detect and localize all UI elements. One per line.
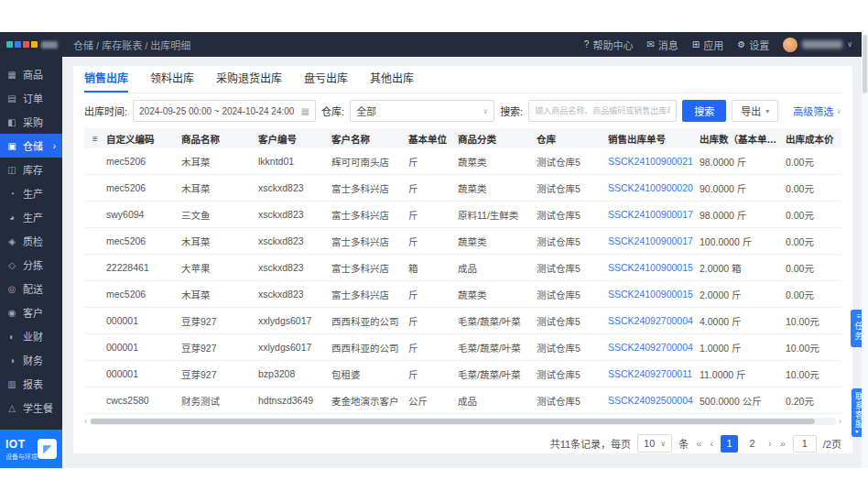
sidebar-item-label: 采购 [23, 115, 43, 129]
cell-order-no-link[interactable]: SSCK24092700004 [608, 315, 700, 326]
page-size-select[interactable]: 10 ∨ [637, 434, 672, 453]
cell-order-no-link[interactable]: SSCK24092700004 [608, 342, 700, 353]
cell-customer-no: bzp3208 [258, 368, 331, 379]
table-row[interactable]: swy6094 三文鱼 xsckxd823 富士多科兴店 斤 原料11/生鲜类 … [84, 202, 841, 228]
sidebar-item[interactable]: ◉ 客户 › [0, 300, 62, 324]
sidebar-item[interactable]: ◈ 质检 › [0, 229, 62, 253]
topbar-action[interactable]: ? 帮助中心 [584, 38, 634, 52]
tab[interactable]: 盘亏出库 [304, 66, 348, 93]
cell-custom-code: 000001 [106, 342, 181, 353]
scroll-right-icon[interactable]: › [839, 417, 841, 426]
cell-base-unit: 斤 [408, 235, 458, 248]
first-page-button[interactable]: « [695, 438, 702, 449]
topbar-action[interactable]: ⚙ 设置 [737, 38, 769, 52]
cell-product-name: 三文鱼 [181, 208, 258, 222]
sidebar-item[interactable]: ◇ 分拣 › [0, 253, 62, 277]
warehouse-select[interactable]: 全部 ∨ [350, 100, 494, 122]
page-number-button[interactable]: 1 [721, 435, 738, 453]
cell-qty: 4.0000 斤 [700, 314, 786, 328]
topbar-right: ? 帮助中心 ✉ 消息 ⊞ 应用 ⚙ 设置 ∨ [584, 38, 862, 52]
sidebar-item[interactable]: ◧ 采购 › [0, 110, 62, 134]
table-row[interactable]: mec5206 木耳菜 xsckxd823 富士多科兴店 斤 蔬菜类 测试仓库5… [84, 281, 841, 308]
next-page-button[interactable]: › [767, 438, 773, 449]
cell-cost: 0.00元 [786, 261, 841, 275]
advanced-filter-link[interactable]: 高级筛选 ∨ [793, 104, 841, 118]
warehouse-select-value: 全部 [356, 104, 376, 118]
content-card: 销售出库 领料出库 采购退货出库 盘亏出库 其他出库 出库时间: 2024-09… [73, 66, 852, 453]
horizontal-scrollbar[interactable] [90, 418, 836, 425]
sidebar-item[interactable]: ▣ 仓储 › [0, 134, 62, 158]
table-row[interactable]: cwcs2580 财务测试 hdtnszd3649 麦金地演示客户 公斤 成品 … [84, 387, 841, 414]
cell-cost: 0.00元 [786, 235, 841, 248]
cell-order-no-link[interactable]: SSCK24100900020 [608, 182, 700, 193]
table-header: ≡ 自定义编码 商品名称 客户编号 客户名称 基本单位 商品分类 仓库 销售出库… [84, 128, 841, 148]
scroll-left-icon[interactable]: ‹ [84, 417, 87, 426]
app-window: 仓储 / 库存账表 / 出库明细 ? 帮助中心 ✉ 消息 ⊞ 应用 ⚙ 设置 [0, 32, 862, 468]
topbar-action[interactable]: ✉ 消息 [646, 38, 678, 52]
sidebar-item[interactable]: △ 学生餐 › [0, 396, 62, 420]
table-row[interactable]: mec5206 木耳菜 xsckxd823 富士多科兴店 斤 蔬菜类 测试仓库5… [84, 228, 841, 255]
table-row[interactable]: 000001 豆芽927 xxlydgs6017 西西科亚的公司 斤 毛菜/蔬菜… [84, 334, 841, 361]
tab[interactable]: 其他出库 [370, 66, 414, 93]
horizontal-scrollbar-thumb[interactable] [91, 419, 815, 424]
last-page-button[interactable]: » [779, 438, 787, 449]
sidebar-item[interactable]: ◕ 生产 › [0, 205, 62, 229]
cell-order-no-link[interactable]: SSCK24100900017 [608, 209, 700, 220]
breadcrumb: 仓储 / 库存账表 / 出库明细 [73, 38, 190, 52]
screen: 仓储 / 库存账表 / 出库明细 ? 帮助中心 ✉ 消息 ⊞ 应用 ⚙ 设置 [0, 0, 868, 502]
cell-order-no-link[interactable]: SSCK24092500004 [608, 395, 700, 406]
vertical-scrollbar-thumb[interactable] [863, 35, 867, 93]
sidebar-item-label: 仓储 [23, 138, 43, 153]
cell-order-no-link[interactable]: SSCK24100900015 [608, 262, 700, 273]
page-number-button[interactable]: 2 [743, 435, 761, 453]
cell-order-no-link[interactable]: SSCK24100900017 [608, 235, 700, 246]
col-custom-code: 自定义编码 [106, 132, 181, 146]
sidebar-item[interactable]: ▥ 报表 › [0, 372, 62, 396]
sidebar-item[interactable]: ◑ 财务 › [0, 348, 62, 372]
table-row[interactable]: 22228461 大苹果 xsckxd823 富士多科兴店 箱 成品 测试仓库5… [84, 255, 841, 281]
date-range-picker[interactable]: 2024-09-25 00:00 ~ 2024-10-24 24:00 ▦ [133, 100, 316, 122]
cell-customer-no: xsckxd823 [258, 289, 331, 300]
sidebar-item[interactable]: ◔ 生产 › [0, 181, 62, 205]
table-row[interactable]: 000001 豆芽927 bzp3208 包租婆 斤 毛菜/蔬菜/叶菜 测试仓库… [84, 361, 841, 387]
cell-order-no-link[interactable]: SSCK24100900015 [608, 289, 700, 300]
sidebar-item-label: 订单 [23, 91, 43, 105]
search-input[interactable] [529, 101, 676, 121]
logo-square-yellow [31, 41, 38, 48]
sidebar-item[interactable]: ◐ 业财 › [0, 324, 62, 348]
logo-wordmark-blurred [41, 41, 58, 49]
cell-custom-code: 22228461 [106, 262, 181, 273]
sidebar-item[interactable]: ▦ 商品 › [0, 62, 62, 86]
prev-page-button[interactable]: ‹ [709, 438, 714, 449]
table-row[interactable]: 000001 豆芽927 xxlydgs6017 西西科亚的公司 斤 毛菜/蔬菜… [84, 308, 841, 334]
topbar-action-label: 帮助中心 [592, 38, 633, 52]
sidebar: ▦ 商品 › ▤ 订单 › ◧ 采购 › ▣ 仓储 › ◫ 库存 [0, 57, 62, 468]
sidebar-item-icon: ◐ [6, 332, 17, 342]
table-row[interactable]: mec5206 木耳菜 lkkntd01 辉可可南头店 斤 蔬菜类 测试仓库5 … [84, 148, 841, 175]
cell-category: 毛菜/蔬菜/叶菜 [458, 341, 537, 355]
sidebar-item[interactable]: ◫ 库存 › [0, 158, 62, 181]
table-row[interactable]: mec5206 木耳菜 xsckxd823 富士多科兴店 斤 蔬菜类 测试仓库5… [84, 175, 841, 202]
cell-custom-code: mec5206 [106, 289, 181, 300]
sidebar-item[interactable]: ▤ 订单 › [0, 86, 62, 110]
cell-base-unit: 斤 [408, 181, 458, 195]
cell-order-no-link[interactable]: SSCK24092700011 [608, 368, 700, 379]
app-logo[interactable] [0, 41, 62, 49]
column-settings-icon[interactable]: ≡ [84, 134, 106, 144]
cell-category: 蔬菜类 [458, 155, 537, 169]
cell-order-no-link[interactable]: SSCK24100900021 [608, 156, 700, 167]
brand-subtitle: 设备与环境 [5, 452, 38, 461]
export-button[interactable]: 导出 ▾ [732, 100, 778, 122]
tab[interactable]: 销售出库 [84, 66, 128, 93]
cell-customer-no: hdtnszd3649 [258, 395, 331, 406]
topbar-action-label: 应用 [703, 38, 723, 52]
sidebar-item[interactable]: ◎ 配送 › [0, 277, 62, 300]
page-jump-input[interactable]: 1 [793, 435, 817, 453]
user-menu[interactable]: ∨ [783, 38, 852, 52]
vertical-scrollbar[interactable] [862, 32, 868, 468]
search-button[interactable]: 搜索 [682, 100, 726, 122]
tab[interactable]: 领料出库 [150, 66, 194, 93]
topbar-action[interactable]: ⊞ 应用 [692, 38, 723, 52]
sidebar-item-icon: ▣ [6, 141, 17, 151]
tab[interactable]: 采购退货出库 [216, 66, 282, 93]
